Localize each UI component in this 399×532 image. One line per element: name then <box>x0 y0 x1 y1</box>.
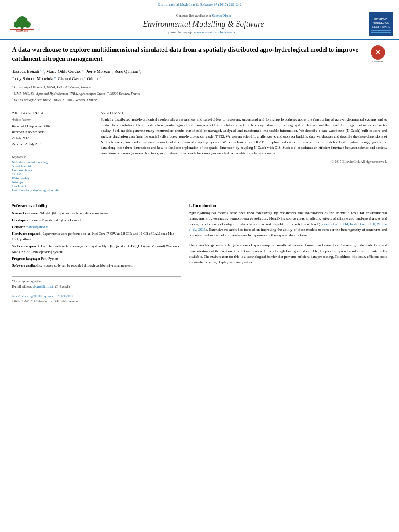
keywords-label: Keywords: <box>12 155 93 159</box>
software-language-label: Program language: <box>12 257 40 261</box>
received-revised-date: 20 July 2017 <box>12 136 93 141</box>
introduction-paragraph-1: Agro-hydrological models have been used … <box>189 210 387 238</box>
article-info-abstract: ARTICLE INFO Article history: Received 1… <box>12 111 387 193</box>
info-divider <box>12 151 93 151</box>
journal-name: Environmental Modelling & Software <box>46 19 361 29</box>
body-two-col: Software availability Name of software: … <box>12 203 387 304</box>
software-developers-item: Developers: Tassadit Bouadi and Sylvain … <box>12 217 181 223</box>
svg-point-3 <box>14 21 20 28</box>
history-label: Article history: <box>12 117 93 123</box>
main-content: A data warehouse to explore multidimensi… <box>0 40 399 310</box>
keyword-water: Water quality <box>12 177 93 180</box>
svg-rect-11 <box>371 30 391 31</box>
software-name-label: Name of software: <box>12 211 39 215</box>
affiliation-a: a University of Rennes 1, IRISA, F-35042… <box>12 84 387 90</box>
software-contact-email[interactable]: tbouadi@lrisa.fr <box>26 225 48 229</box>
article-info-column: ARTICLE INFO Article history: Received 1… <box>12 111 93 193</box>
article-title: A data warehouse to explore multidimensi… <box>12 45 369 64</box>
software-developers-label: Developers: <box>12 218 29 222</box>
authors: Tassadit Bouadi a, *, Marie-Odile Cordie… <box>12 68 387 82</box>
journal-logo-square: ENVIRON MODELLING & SOFTWARE <box>369 12 393 36</box>
article-info-label: ARTICLE INFO <box>12 111 93 115</box>
svg-text:MODELLING: MODELLING <box>372 21 389 24</box>
crossmark-badge[interactable]: ✕ CrossMark <box>369 45 387 63</box>
keyword-distributed: Distributed agro-hydrological model <box>12 189 93 192</box>
journal-bar: Environmental Modelling & Software 97 (2… <box>0 0 399 8</box>
footnote-corresponding: * Corresponding author. <box>12 279 181 284</box>
software-name-item: Name of software: N-Catch (Nitrogen in C… <box>12 210 181 216</box>
footnote-issn: 1364-8152/© 2017 Elsevier Ltd. All right… <box>12 299 181 304</box>
article-title-section: A data warehouse to explore multidimensi… <box>12 45 387 64</box>
affiliation-b: b UMR 1069, Sol Agro and HydroSystem, IN… <box>12 90 387 97</box>
software-contact-label: Contact: <box>12 225 25 229</box>
software-heading: Software availability <box>12 203 181 208</box>
science-direct-anchor[interactable]: ScienceDirect <box>212 14 231 18</box>
abstract-text: Spatially distributed agro-hydrological … <box>101 117 387 156</box>
abstract-column: ABSTRACT Spatially distributed agro-hydr… <box>101 111 387 193</box>
body-divider <box>12 197 387 197</box>
section-divider <box>12 107 387 107</box>
software-language-item: Program language: Perl, Python <box>12 256 181 261</box>
keyword-warehouse: Data warehouse <box>12 168 93 172</box>
accepted-date: Accepted 28 July 2017 <box>12 142 93 147</box>
introduction-column: 1. Introduction Agro-hydrological models… <box>189 203 387 304</box>
keyword-nitrogen: Nitrogen <box>12 181 93 184</box>
keyword-multidimensional: Multidimensional modeling <box>12 160 93 164</box>
affiliations: a University of Rennes 1, IRISA, F-35042… <box>12 84 387 103</box>
crossmark-text: CrossMark <box>372 60 383 63</box>
body-section: Software availability Name of software: … <box>12 203 387 304</box>
journal-bar-text: Environmental Modelling & Software 97 (2… <box>158 2 241 6</box>
footnote-email: E-mail address: tbouadi@irisa.fr (T. Bou… <box>12 284 181 290</box>
journal-logo-right: ENVIRON MODELLING & SOFTWARE <box>367 12 395 36</box>
elsevier-logo-image: ELSEVIER <box>6 12 38 34</box>
software-list: Name of software: N-Catch (Nitrogen in C… <box>12 210 181 268</box>
introduction-heading: 1. Introduction <box>189 203 387 208</box>
svg-text:& SOFTWARE: & SOFTWARE <box>372 25 390 28</box>
science-direct-link: Contents lists available at ScienceDirec… <box>46 14 361 18</box>
keyword-olap: OLAP <box>12 173 93 176</box>
software-hardware-item: Hardware required: Experiments were perf… <box>12 231 181 242</box>
software-hardware-label: Hardware required: <box>12 232 41 236</box>
article-info-box: Article history: Received 14 September 2… <box>12 117 93 147</box>
software-availability-label: Software availability: <box>12 263 43 267</box>
software-contact-item: Contact: tbouadi@lrisa.fr <box>12 224 181 230</box>
journal-title-section: Contents lists available at ScienceDirec… <box>40 14 367 34</box>
footnote-doi: http://dx.doi.org/10.1016/j.envsoft.2017… <box>12 294 181 299</box>
software-column: Software availability Name of software: … <box>12 203 181 304</box>
copyright-line: © 2017 Elsevier Ltd. All rights reserved… <box>101 160 387 164</box>
footnote-email-link[interactable]: tbouadi@irisa.fr <box>33 285 54 288</box>
svg-point-4 <box>24 21 31 28</box>
journal-header: ELSEVIER Contents lists available at Sci… <box>0 8 399 40</box>
software-required-item: Software required: The relational databa… <box>12 243 181 255</box>
software-availability-item: Software availability: source code can b… <box>12 263 181 268</box>
affiliation-c: c INRIA Bretagne Atlantique, IRISA, F-35… <box>12 97 387 103</box>
elsevier-logo: ELSEVIER <box>4 12 40 35</box>
authors-text: Tassadit Bouadi a, *, Marie-Odile Cordie… <box>12 69 142 80</box>
introduction-paragraph-2: These models generate a large volume of … <box>189 243 387 265</box>
keyword-simulation: Simulation data <box>12 164 93 168</box>
journal-homepage-link[interactable]: www.elsevier.com/locate/envsoft <box>194 30 239 34</box>
footnote-section: * Corresponding author. E-mail address: … <box>12 276 181 304</box>
software-required-label: Software required: <box>12 244 40 248</box>
doi-link[interactable]: http://dx.doi.org/10.1016/j.envsoft.2017… <box>12 294 73 298</box>
keywords-section: Keywords: Multidimensional modeling Simu… <box>12 155 93 192</box>
svg-text:ELSEVIER: ELSEVIER <box>16 30 28 32</box>
received-date: Received 14 September 2016 <box>12 124 93 129</box>
svg-rect-12 <box>371 32 391 33</box>
keyword-catchment: Catchment <box>12 185 93 188</box>
ferrant-ref[interactable]: Ferrant et al., 2014; Rode et al., 2010;… <box>189 222 387 232</box>
received-revised-label: Received in revised form <box>12 129 93 135</box>
crossmark-icon: ✕ <box>371 45 385 60</box>
journal-homepage: journal homepage: www.elsevier.com/locat… <box>46 30 361 34</box>
abstract-label: ABSTRACT <box>101 111 387 115</box>
svg-text:ENVIRON: ENVIRON <box>374 17 387 20</box>
